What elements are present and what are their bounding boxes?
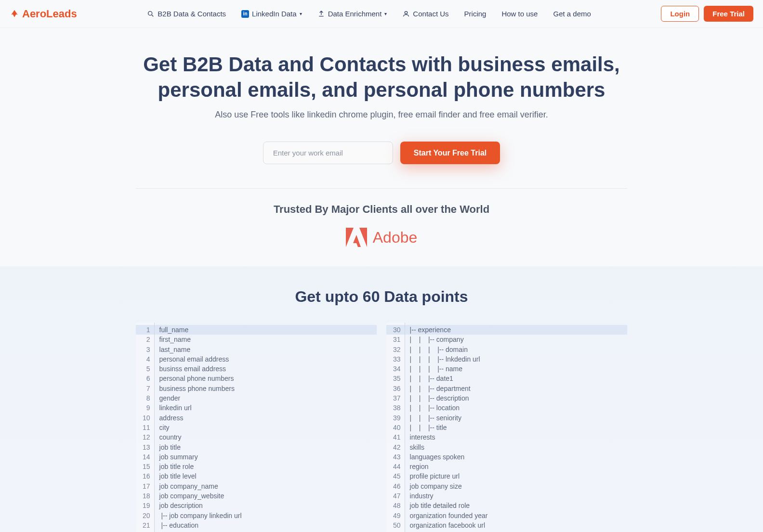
- line-number: 10: [143, 413, 150, 423]
- svg-point-0: [148, 11, 152, 15]
- line-number: 38: [393, 403, 401, 413]
- nav-data-enrichment[interactable]: Data Enrichment ▾: [317, 10, 387, 18]
- code-line: country: [159, 432, 372, 442]
- line-number: 12: [143, 432, 150, 442]
- start-trial-button[interactable]: Start Your Free Trial: [400, 142, 500, 164]
- code-line: |-- experience: [405, 325, 627, 335]
- code-line: organization facebook url: [410, 520, 622, 530]
- line-number: 21: [143, 520, 150, 530]
- line-number: 34: [393, 364, 401, 374]
- line-number: 51: [393, 530, 401, 532]
- nav-linkedin-data[interactable]: in LinkedIn Data ▾: [241, 10, 302, 18]
- login-button[interactable]: Login: [661, 6, 699, 22]
- nav-right: Login Free Trial: [661, 6, 753, 22]
- line-numbers-left: 1234567891011121314151617181920212223242…: [136, 323, 155, 532]
- code-line: last_name: [159, 345, 372, 354]
- line-number: 22: [143, 530, 150, 532]
- nav-label: How to use: [501, 10, 538, 18]
- nav-how-to-use[interactable]: How to use: [501, 10, 538, 18]
- hero-title: Get B2B Data and Contacts with business …: [141, 52, 622, 103]
- code-lines-left: full_namefirst_namelast_namepersonal ema…: [155, 323, 377, 532]
- line-number: 33: [393, 354, 401, 364]
- code-line: job title level: [159, 471, 372, 481]
- code-line: gender: [159, 393, 372, 403]
- chevron-down-icon: ▾: [300, 11, 302, 16]
- data-points-section: Get upto 60 Data points 1234567891011121…: [0, 266, 763, 532]
- nav-label: LinkedIn Data: [252, 10, 297, 18]
- data-points-title: Get upto 60 Data points: [10, 288, 753, 306]
- line-number: 45: [393, 471, 401, 481]
- code-line: personal phone numbers: [159, 374, 372, 383]
- code-line: | | |-- seniority: [410, 413, 622, 423]
- code-line: skills: [410, 442, 622, 452]
- svg-line-1: [152, 15, 153, 16]
- line-number: 16: [143, 471, 150, 481]
- line-number: 30: [386, 325, 405, 335]
- line-number: 13: [143, 442, 150, 452]
- email-form: Start Your Free Trial: [10, 142, 753, 164]
- line-number: 48: [393, 501, 401, 510]
- line-number: 49: [393, 511, 401, 520]
- code-line: organization twitter url: [410, 530, 622, 532]
- code-line: | | | |-- domain: [410, 345, 622, 354]
- code-line: | | |-- company: [410, 335, 622, 344]
- line-number: 31: [393, 335, 401, 344]
- line-number: 4: [143, 354, 150, 364]
- code-line: linkedin url: [159, 403, 372, 413]
- hero-subtitle: Also use Free tools like linkedin chrome…: [10, 110, 753, 120]
- code-line: job summary: [159, 452, 372, 462]
- nav-b2b-data[interactable]: B2B Data & Contacts: [147, 10, 226, 18]
- line-number: 41: [393, 432, 401, 442]
- code-line: job company size: [410, 481, 622, 491]
- line-number: 42: [393, 442, 401, 452]
- trusted-title: Trusted By Major Clients all over the Wo…: [10, 203, 753, 216]
- rocket-icon: [10, 9, 19, 19]
- line-number: 17: [143, 481, 150, 491]
- code-line: interests: [410, 432, 622, 442]
- line-number: 3: [143, 345, 150, 354]
- line-number: 35: [393, 374, 401, 383]
- nav-label: B2B Data & Contacts: [158, 10, 226, 18]
- nav-contact-us[interactable]: Contact Us: [402, 10, 448, 18]
- line-number: 1: [136, 325, 154, 335]
- svg-point-2: [405, 11, 408, 13]
- upload-icon: [317, 10, 325, 18]
- nav-label: Get a demo: [553, 10, 591, 18]
- code-line: |-- education: [159, 520, 372, 530]
- email-input[interactable]: [263, 142, 393, 164]
- line-number: 2: [143, 335, 150, 344]
- line-number: 37: [393, 393, 401, 403]
- brand-logo[interactable]: AeroLeads: [10, 8, 77, 20]
- divider: [136, 188, 627, 189]
- code-line: languages spoken: [410, 452, 622, 462]
- free-trial-button[interactable]: Free Trial: [704, 6, 753, 22]
- code-line: job company_website: [159, 491, 372, 501]
- code-line: personal email address: [159, 354, 372, 364]
- nav-label: Data Enrichment: [328, 10, 382, 18]
- line-number: 50: [393, 520, 401, 530]
- code-line: | | | |-- lnkdedin url: [410, 354, 622, 364]
- search-icon: [147, 10, 155, 18]
- line-number: 43: [393, 452, 401, 462]
- client-logo-adobe: Adobe: [10, 228, 753, 247]
- line-number: 40: [393, 423, 401, 432]
- code-line: job title role: [159, 462, 372, 471]
- nav-get-demo[interactable]: Get a demo: [553, 10, 591, 18]
- code-line: organization founded year: [410, 511, 622, 520]
- nav-center: B2B Data & Contacts in LinkedIn Data ▾ D…: [147, 10, 591, 18]
- navbar: AeroLeads B2B Data & Contacts in LinkedI…: [0, 0, 763, 28]
- code-line: first_name: [159, 335, 372, 344]
- adobe-icon: [346, 228, 367, 247]
- line-number: 47: [393, 491, 401, 501]
- code-line: businss email address: [159, 364, 372, 374]
- code-line: profile picture url: [410, 471, 622, 481]
- code-line: job company_name: [159, 481, 372, 491]
- line-number: 36: [393, 384, 401, 393]
- line-number: 6: [143, 374, 150, 383]
- code-block: 1234567891011121314151617181920212223242…: [136, 323, 627, 532]
- code-line: job title detailed role: [410, 501, 622, 510]
- nav-label: Pricing: [464, 10, 487, 18]
- nav-pricing[interactable]: Pricing: [464, 10, 487, 18]
- line-number: 14: [143, 452, 150, 462]
- code-line: job title: [159, 442, 372, 452]
